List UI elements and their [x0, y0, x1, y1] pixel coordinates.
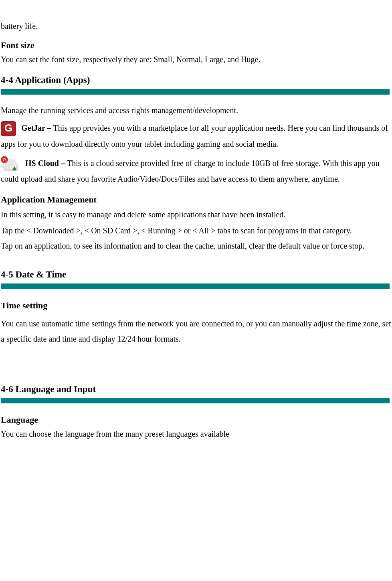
text-app-mgmt-1: In this setting, it is easy to manage an…	[1, 208, 391, 221]
label-hscloud: HS Cloud –	[25, 159, 67, 168]
heading-font-size: Font size	[1, 38, 391, 52]
text-app-mgmt-3: Tap on an application, to see its inform…	[1, 240, 391, 252]
heading-4-4: 4-4 Application (Apps)	[1, 73, 391, 87]
label-getjar: GetJar –	[21, 123, 53, 132]
divider-bar	[1, 398, 390, 403]
hscloud-icon: h	[1, 157, 20, 171]
heading-time-setting: Time setting	[1, 299, 391, 312]
text-getjar: This app provides you with a marketplace…	[1, 123, 388, 148]
heading-4-6: 4-6 Language and Input	[1, 383, 391, 397]
heading-app-management: Application Management	[1, 193, 391, 206]
text-4-4-intro: Manage the running services and access r…	[1, 104, 391, 116]
text-font-size: You can set the font size, respectively …	[1, 53, 391, 65]
divider-bar	[1, 89, 390, 95]
paragraph-hscloud: h HS Cloud – This is a cloud service pro…	[1, 156, 391, 186]
body-text-fragment: battery life.	[1, 20, 391, 32]
text-language: You can choose the language from the man…	[1, 428, 391, 440]
heading-4-5: 4-5 Date & Time	[1, 268, 391, 282]
heading-language: Language	[1, 413, 391, 426]
text-time-setting: You can use automatic time settings from…	[1, 316, 391, 346]
divider-bar	[1, 283, 390, 289]
paragraph-getjar: GetJar – This app provides you with a ma…	[1, 120, 391, 152]
text-app-mgmt-2: Tap the < Downloaded >, < On SD Card >, …	[1, 225, 391, 237]
getjar-icon	[1, 121, 16, 136]
